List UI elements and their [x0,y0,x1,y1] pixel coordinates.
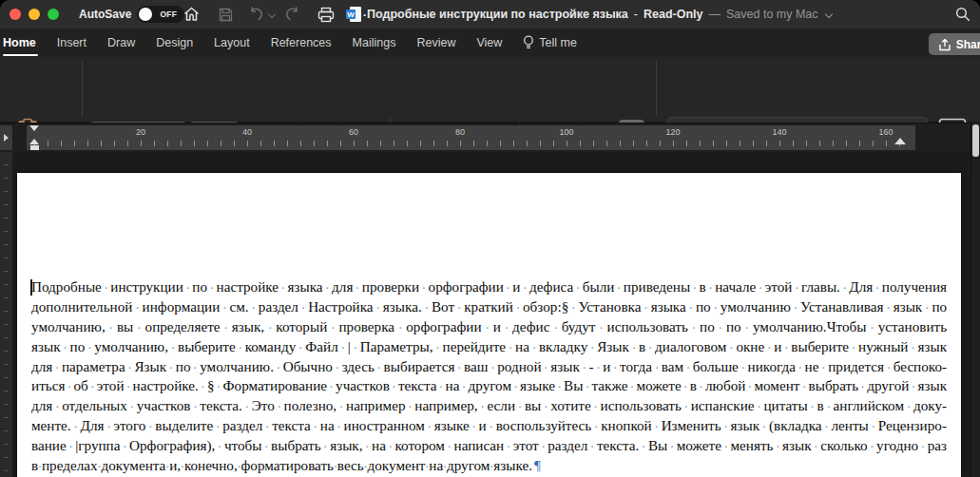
space-mark [591,397,601,413]
space-mark [386,437,395,453]
text-line: Подробные инструкции по настройке языка … [31,277,947,297]
space-mark [311,417,320,433]
vertical-scrollbar[interactable] [970,123,980,477]
space-mark [375,358,384,374]
space-mark [220,298,229,315]
tab-home[interactable]: Home [3,29,47,57]
tab-label: References [271,36,332,49]
tab-insert[interactable]: Insert [47,29,97,57]
text-line: дополнительной информации см. раздел Нас… [31,297,947,317]
ruler-band[interactable]: 20406080100120140160 [27,125,915,150]
text-line: язык по умолчанию, выберите команду Файл… [31,337,947,357]
ruler-tick [114,141,115,146]
ruler-tick [234,141,235,146]
ruler-tick [713,141,714,146]
tab-tell-me[interactable]: Tell me [512,29,587,57]
tab-draw[interactable]: Draw [97,29,145,57]
space-mark [739,358,748,374]
ruler-tick [74,141,75,146]
tab-design[interactable]: Design [145,29,203,57]
document-text[interactable]: Подробные инструкции по настройке языка … [31,277,947,476]
ruler-label: 100 [559,127,573,137]
left-indent-marker[interactable] [30,145,39,150]
space-mark [394,318,406,334]
tab-layout[interactable]: Layout [203,29,260,57]
ruler-tick [287,141,288,146]
space-mark [573,278,582,295]
space-mark [756,278,764,295]
space-mark [425,417,434,433]
text-line: в пределах документа и, конечно, формати… [31,456,947,476]
ruler-tick [740,141,740,146]
space-mark [587,338,597,354]
hanging-indent-marker[interactable] [29,139,39,144]
autosave-state: OFF [160,10,177,19]
first-line-indent-marker[interactable] [29,125,39,131]
tab-stop-selector[interactable] [0,125,12,150]
space-mark [591,417,601,433]
space-mark [711,298,721,315]
space-mark [61,338,70,354]
space-mark [390,377,398,393]
space-mark [433,338,443,354]
document-page[interactable]: Подробные инструкции по настройке языка … [17,173,961,477]
save-icon[interactable] [215,5,236,24]
ruler-tick [513,141,514,146]
tab-mailings[interactable]: Mailings [342,29,407,57]
ruler-tick [686,141,687,146]
space-mark [697,377,705,393]
ruler-tick [221,141,221,146]
space-mark [904,397,913,413]
space-mark [334,457,337,473]
space-mark [741,318,753,334]
ruler-tick [859,141,860,146]
space-mark [52,358,62,374]
tab-view[interactable]: View [466,29,512,57]
home-icon[interactable] [181,5,202,24]
space-mark [755,397,764,413]
ruler-tick [527,141,528,146]
space-mark [504,437,513,453]
space-mark [264,318,276,334]
undo-dropdown-chevron-icon[interactable] [268,10,276,18]
space-mark [541,397,550,413]
space-mark [88,377,97,393]
saved-status[interactable]: Saved to my Mac [726,8,818,21]
space-mark [610,358,620,374]
close-window-button[interactable] [10,9,21,20]
ruler-tick [367,141,368,146]
undo-icon[interactable] [245,5,266,24]
scrollbar-thumb[interactable] [972,124,979,157]
redo-icon[interactable] [281,5,302,24]
zoom-window-button[interactable] [48,9,59,20]
tab-review[interactable]: Review [406,29,466,57]
minimize-window-button[interactable] [29,9,40,20]
ruler-tick [726,141,727,146]
tab-label: Home [3,36,36,49]
print-icon[interactable] [316,5,336,24]
space-mark [323,278,332,295]
space-mark [745,377,754,393]
right-indent-marker[interactable] [894,138,906,144]
saved-status-chevron-icon[interactable] [824,10,832,18]
tab-references[interactable]: References [260,29,342,57]
tab-label: Mailings [353,36,396,49]
space-mark [165,457,169,473]
tab-label: Layout [214,36,250,49]
ruler-tick [646,141,647,146]
space-mark [102,278,110,295]
autosave-toggle[interactable]: OFF [137,6,184,23]
space-mark [690,278,699,295]
ruler-tick [314,141,315,146]
share-button[interactable]: Share [929,33,980,55]
text-line: для отдельных участков текста. Это полез… [31,396,947,416]
search-icon[interactable] [953,6,972,23]
tab-label: Review [416,36,455,49]
space-mark [242,397,252,413]
space-mark [405,397,414,413]
space-mark [38,457,42,473]
readonly-badge: Read-Only [644,8,703,21]
ruler-tick [886,141,887,146]
ruler-tick [340,141,341,146]
space-mark [506,338,515,354]
